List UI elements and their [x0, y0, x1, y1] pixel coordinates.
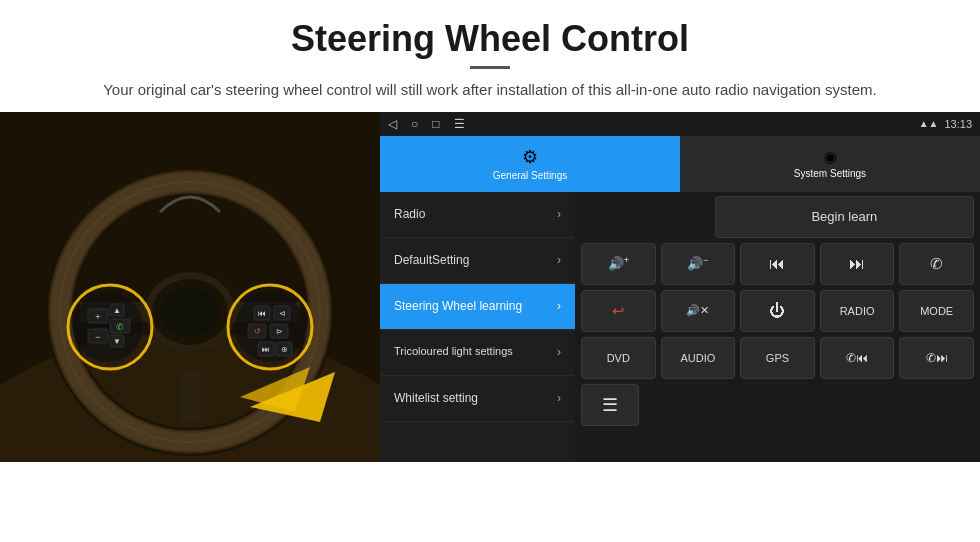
content-area: + − ✆ ▲ ▼ ⏮ ⊲ ↺ ⊳ [0, 112, 980, 462]
chevron-icon: › [557, 345, 561, 359]
radio-label: RADIO [840, 305, 875, 317]
back-icon[interactable]: ◁ [388, 117, 397, 131]
next-track-button[interactable]: ⏭ [820, 243, 895, 285]
prev-track-icon: ⏮ [769, 255, 785, 273]
begin-learn-row: Begin learn [581, 196, 974, 238]
svg-text:↺: ↺ [254, 327, 261, 336]
vol-down-button[interactable]: 🔊− [661, 243, 736, 285]
gps-button[interactable]: GPS [740, 337, 815, 379]
phone-button[interactable]: ✆ [899, 243, 974, 285]
gear-icon: ⚙ [522, 146, 538, 168]
tab-general-label: General Settings [493, 170, 568, 181]
phone-next-button[interactable]: ✆⏭ [899, 337, 974, 379]
next-track-icon: ⏭ [849, 255, 865, 273]
dvd-label: DVD [607, 352, 630, 364]
page-subtitle: Your original car's steering wheel contr… [60, 79, 920, 102]
recent-icon[interactable]: □ [432, 117, 439, 131]
svg-text:⏮: ⏮ [258, 309, 266, 318]
chevron-icon: › [557, 253, 561, 267]
controls-row-1: 🔊+ 🔊− ⏮ ⏭ ✆ [581, 243, 974, 285]
controls-panel: Begin learn 🔊+ 🔊− ⏮ ⏭ [575, 192, 980, 462]
status-right: ▲▲ 13:13 [919, 118, 972, 130]
vol-up-button[interactable]: 🔊+ [581, 243, 656, 285]
tab-system-label: System Settings [794, 168, 866, 179]
power-icon: ⏻ [769, 302, 785, 320]
svg-point-9 [160, 287, 220, 337]
chevron-icon: › [557, 391, 561, 405]
menu-panel: Radio › DefaultSetting › Steering Wheel … [380, 192, 575, 462]
radio-button[interactable]: RADIO [820, 290, 895, 332]
dvd-button[interactable]: DVD [581, 337, 656, 379]
gps-label: GPS [766, 352, 789, 364]
svg-text:✆: ✆ [116, 322, 124, 332]
main-content: Radio › DefaultSetting › Steering Wheel … [380, 192, 980, 462]
svg-text:▲: ▲ [113, 306, 121, 315]
prev-track-button[interactable]: ⏮ [740, 243, 815, 285]
empty-spacer [581, 196, 710, 238]
title-divider [470, 66, 510, 69]
hangup-icon: ↩ [612, 302, 625, 320]
power-button[interactable]: ⏻ [740, 290, 815, 332]
svg-text:+: + [95, 312, 100, 322]
car-ui: ◁ ○ □ ☰ ▲▲ 13:13 ⚙ General Settings ◉ Sy… [380, 112, 980, 462]
home-icon[interactable]: ○ [411, 117, 418, 131]
signal-icon: ▲▲ [919, 118, 939, 129]
phone-prev-button[interactable]: ✆⏮ [820, 337, 895, 379]
phone-icon: ✆ [930, 255, 943, 273]
audio-button[interactable]: AUDIO [661, 337, 736, 379]
nav-icons: ◁ ○ □ ☰ [388, 117, 465, 131]
menu-btn[interactable]: ☰ [581, 384, 639, 426]
controls-row-2: ↩ 🔊✕ ⏻ RADIO MODE [581, 290, 974, 332]
svg-text:⊕: ⊕ [281, 345, 288, 354]
chevron-icon: › [557, 299, 561, 313]
menu-item-defaultsetting[interactable]: DefaultSetting › [380, 238, 575, 284]
vol-up-icon: 🔊+ [608, 255, 629, 271]
mode-button[interactable]: MODE [899, 290, 974, 332]
svg-text:⏭: ⏭ [262, 345, 270, 354]
svg-text:▼: ▼ [113, 337, 121, 346]
system-icon: ◉ [824, 148, 837, 166]
vol-down-icon: 🔊− [687, 255, 708, 271]
status-bar: ◁ ○ □ ☰ ▲▲ 13:13 [380, 112, 980, 136]
menu-icon[interactable]: ☰ [454, 117, 465, 131]
mute-button[interactable]: 🔊✕ [661, 290, 736, 332]
svg-point-11 [73, 292, 143, 362]
controls-row-4: ☰ [581, 384, 974, 426]
tab-system-settings[interactable]: ◉ System Settings [680, 136, 980, 192]
begin-learn-button[interactable]: Begin learn [715, 196, 974, 238]
menu-item-radio[interactable]: Radio › [380, 192, 575, 238]
svg-text:⊳: ⊳ [276, 327, 283, 336]
menu-item-whitelist[interactable]: Whitelist setting › [380, 376, 575, 422]
phone-prev-icon: ✆⏮ [846, 351, 868, 365]
audio-label: AUDIO [680, 352, 715, 364]
top-section: Steering Wheel Control Your original car… [0, 0, 980, 112]
mode-label: MODE [920, 305, 953, 317]
tab-general-settings[interactable]: ⚙ General Settings [380, 136, 680, 192]
tab-bar: ⚙ General Settings ◉ System Settings [380, 136, 980, 192]
menu-item-tricoloured[interactable]: Tricoloured light settings › [380, 330, 575, 376]
controls-row-3: DVD AUDIO GPS ✆⏮ ✆⏭ [581, 337, 974, 379]
mute-icon: 🔊✕ [686, 304, 709, 317]
steering-wheel-image: + − ✆ ▲ ▼ ⏮ ⊲ ↺ ⊳ [0, 112, 380, 462]
phone-next-icon: ✆⏭ [926, 351, 948, 365]
svg-text:−: − [95, 332, 100, 342]
hangup-button[interactable]: ↩ [581, 290, 656, 332]
svg-text:⊲: ⊲ [279, 309, 286, 318]
page-title: Steering Wheel Control [60, 18, 920, 60]
menu-btn-icon: ☰ [602, 394, 618, 416]
clock: 13:13 [944, 118, 972, 130]
chevron-icon: › [557, 207, 561, 221]
menu-item-steering[interactable]: Steering Wheel learning › [380, 284, 575, 330]
